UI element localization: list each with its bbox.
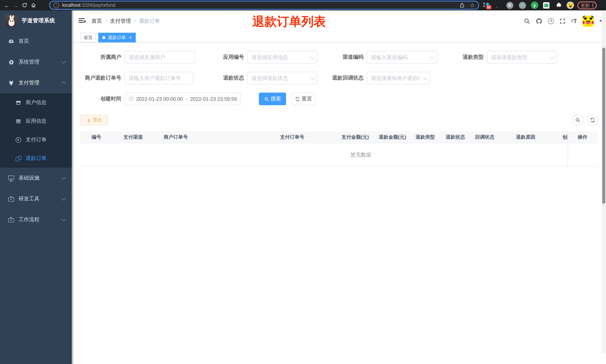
filter-merchant-refund-no: 商户退款订单号 [80, 72, 193, 84]
column-header: 商户订单号 [164, 131, 188, 143]
chevron-down-icon [62, 196, 66, 200]
fullscreen-icon[interactable] [559, 18, 566, 24]
field-label: 商户退款订单号 [80, 75, 125, 81]
font-size-icon[interactable] [571, 18, 577, 24]
refresh-table-button[interactable] [587, 115, 598, 126]
toggle-search-button[interactable] [572, 115, 583, 126]
sidebar-item-app-info[interactable]: 应用信息 [0, 112, 73, 130]
sidebar-item-label: 支付订单 [26, 136, 47, 143]
date-separator: - [185, 96, 188, 102]
channel-code-select[interactable] [371, 54, 433, 60]
sidebar-item-system[interactable]: 系统管理 [0, 52, 73, 73]
reset-button[interactable]: 重置 [292, 92, 315, 105]
sidebar-scrollbar[interactable] [72, 10, 73, 364]
address-bar[interactable]: i localhost :1024/pay/refund ☆ [49, 1, 479, 10]
breadcrumb: 首页 / 支付管理 / 退款订单 [92, 10, 160, 32]
column-header: 退款类型 [416, 131, 435, 143]
breadcrumb-payment[interactable]: 支付管理 [110, 18, 131, 24]
field-label: 退款类型 [430, 54, 487, 61]
workona-icon: 10 [483, 2, 489, 8]
shop-icon [15, 100, 22, 105]
field-label: 所属商户 [80, 54, 125, 61]
yen-icon: ¥ [8, 79, 14, 86]
refund-type-select[interactable] [491, 54, 553, 60]
table-body: 暂无数据 [80, 143, 597, 166]
app-title: 芋道管理系统 [22, 17, 55, 24]
reload-icon [22, 3, 27, 8]
bookmark-star-icon[interactable]: ☆ [470, 3, 475, 8]
extension-recorder[interactable] [519, 0, 526, 10]
sidebar-item-label: 支付管理 [19, 79, 40, 86]
browser-update-button[interactable]: 更新 [577, 1, 596, 9]
sidebar-item-label: 工作流程 [19, 216, 40, 223]
sidebar-item-merchant-info[interactable]: 商户信息 [0, 93, 73, 112]
sidebar-item-pay-order[interactable]: 支付订单 [0, 130, 73, 149]
merchant-select[interactable] [129, 54, 191, 60]
reset-button-label: 重置 [302, 96, 312, 102]
column-header: 回调状态 [475, 131, 494, 143]
notify-status-select[interactable] [371, 75, 420, 81]
scrollbar-thumb[interactable] [602, 48, 605, 204]
breadcrumb-home[interactable]: 首页 [92, 18, 102, 24]
breadcrumb-current: 退款订单 [139, 18, 160, 24]
filter-notify-status: 退款回调状态 [311, 72, 430, 84]
tab-refund-order[interactable]: 退款订单 × [98, 33, 136, 42]
browser-toolbar: ← → i localhost :1024/pay/refund ☆ 10 [0, 0, 606, 10]
document-copy-icon [15, 156, 22, 161]
export-button[interactable]: 导出 [80, 115, 108, 125]
search-button[interactable]: 搜索 [259, 92, 286, 105]
extensions-menu[interactable] [555, 0, 563, 10]
tab-close-icon[interactable]: × [129, 35, 132, 40]
browser-back-button[interactable]: ← [2, 0, 11, 10]
monitor-icon [8, 176, 14, 180]
date-range-picker[interactable]: 2022-01-23 00:00:00 - 2022-01-23 23:59:5… [125, 92, 241, 105]
chevron-down-icon [423, 76, 428, 80]
search-icon[interactable] [524, 18, 530, 24]
browser-reload-button[interactable] [20, 0, 29, 10]
sidebar-item-workflow[interactable]: 工作流程 [0, 209, 73, 230]
extension-command[interactable]: ⌘ [506, 0, 513, 10]
user-avatar[interactable] [582, 15, 594, 26]
browser-menu-icon[interactable] [592, 3, 593, 8]
refund-status-select[interactable] [251, 75, 313, 81]
app-window: 芋道管理系统 首页 系统管理 ¥ 支付管理 [0, 10, 606, 364]
field-label: 应用编号 [192, 54, 247, 61]
sidebar-item-label: 首页 [19, 38, 29, 45]
column-header: 退款原因 [516, 131, 535, 143]
page-scrollbar[interactable] [602, 10, 606, 354]
sidebar-fold-icon[interactable] [79, 18, 85, 23]
dashboard-icon [8, 38, 14, 44]
profile-avatar[interactable] [566, 0, 575, 10]
field-label: 退款回调状态 [311, 75, 367, 81]
puzzle-icon [556, 2, 562, 8]
extension-chat[interactable] [542, 0, 550, 10]
sidebar-item-refund-order[interactable]: 退款订单 [0, 149, 73, 168]
column-header-clipped: 创建时间 [563, 131, 568, 143]
sidebar: 芋道管理系统 首页 系统管理 ¥ 支付管理 [0, 10, 73, 364]
site-info-icon[interactable]: i [53, 2, 59, 8]
page-content: 所属商户 应用编号 渠道编码 [73, 43, 606, 364]
chevron-down-icon [62, 175, 66, 180]
extension-balloon[interactable] [493, 0, 500, 10]
browser-forward-button[interactable]: → [11, 0, 20, 10]
merchant-refund-no-input[interactable] [129, 75, 189, 81]
help-icon[interactable] [548, 18, 554, 24]
fixed-column-divider [568, 131, 568, 166]
sidebar-item-label: 退款订单 [26, 155, 47, 162]
app-select[interactable] [251, 54, 313, 60]
tab-home[interactable]: 首页 [80, 33, 96, 42]
sidebar-logo[interactable]: 芋道管理系统 [0, 10, 73, 31]
sidebar-item-home[interactable]: 首页 [0, 31, 73, 52]
sidebar-item-payment[interactable]: ¥ 支付管理 [0, 73, 73, 93]
field-label: 退款状态 [192, 75, 247, 81]
extension-y[interactable]: y [530, 0, 539, 10]
extension-workona[interactable]: 10 [482, 0, 490, 10]
share-icon[interactable] [460, 3, 465, 8]
extension-badge: 10 [486, 5, 491, 9]
sidebar-item-infrastructure[interactable]: 基础设施 [0, 168, 73, 189]
browser-home-button[interactable] [29, 0, 38, 10]
sidebar-item-dev-tools[interactable]: 研发工具 [0, 189, 73, 209]
grid-icon [15, 118, 22, 124]
github-icon[interactable] [536, 18, 542, 24]
empty-placeholder: 暂无数据 [350, 143, 371, 166]
